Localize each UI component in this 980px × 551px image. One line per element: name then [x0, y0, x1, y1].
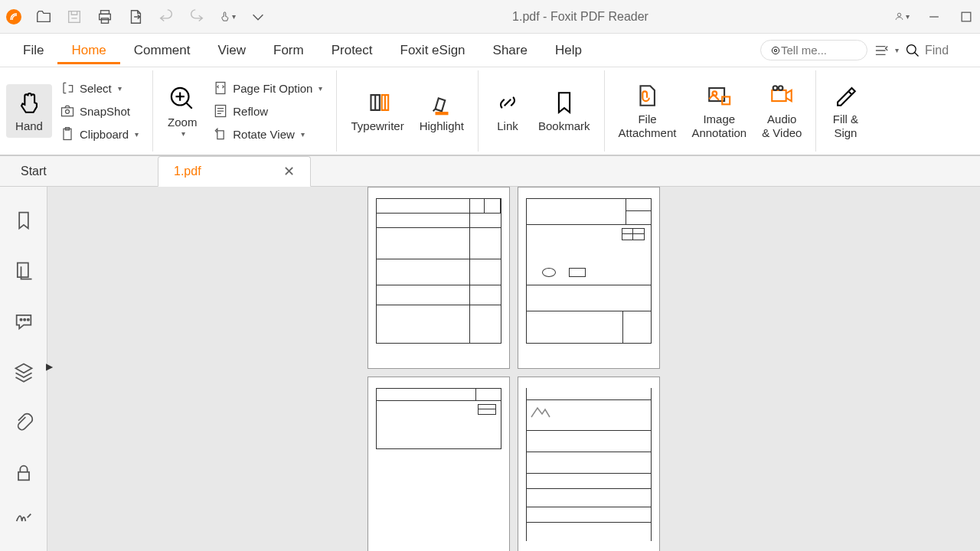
- page-thumbnail[interactable]: [518, 187, 660, 369]
- document-tabs: Start 1.pdf ✕: [0, 156, 980, 187]
- print-icon[interactable]: [96, 8, 113, 25]
- svg-point-6: [772, 47, 779, 54]
- menu-help[interactable]: Help: [541, 37, 596, 64]
- typewriter-button[interactable]: Typewriter: [343, 84, 411, 138]
- menu-protect[interactable]: Protect: [318, 37, 387, 64]
- svg-rect-3: [101, 18, 108, 22]
- menu-share[interactable]: Share: [479, 37, 541, 64]
- window-title: 1.pdf - Foxit PDF Reader: [266, 10, 894, 24]
- tab-document[interactable]: 1.pdf ✕: [158, 156, 311, 187]
- page-thumbnail[interactable]: [368, 187, 510, 369]
- svg-rect-27: [18, 472, 29, 481]
- open-icon[interactable]: [35, 8, 52, 25]
- qat-more-icon[interactable]: [250, 8, 266, 25]
- menu-view[interactable]: View: [204, 37, 260, 64]
- navigation-sidebar: ▶: [0, 187, 47, 551]
- comments-panel-icon[interactable]: [13, 311, 34, 332]
- page-thumbnail[interactable]: [518, 377, 660, 551]
- menu-comment[interactable]: Comment: [120, 37, 204, 64]
- svg-rect-23: [17, 263, 28, 278]
- touch-mode-icon[interactable]: ▾: [219, 8, 236, 25]
- clipboard-button[interactable]: Clipboard▾: [55, 123, 143, 145]
- security-panel-icon[interactable]: [13, 462, 34, 484]
- tell-me-search[interactable]: [760, 40, 867, 60]
- svg-point-21: [773, 86, 778, 90]
- expand-sidebar-icon[interactable]: ▶: [46, 361, 53, 372]
- bookmark-button[interactable]: Bookmark: [531, 84, 598, 138]
- search-icon: [905, 43, 920, 58]
- close-icon[interactable]: ✕: [283, 163, 295, 180]
- reflow-button[interactable]: Reflow: [208, 100, 327, 122]
- app-logo: [6, 9, 21, 24]
- layers-panel-icon[interactable]: [13, 361, 34, 383]
- undo-icon[interactable]: [158, 8, 175, 25]
- svg-point-7: [774, 49, 777, 52]
- svg-point-8: [907, 44, 916, 54]
- menu-home[interactable]: Home: [57, 37, 119, 64]
- svg-rect-16: [217, 131, 224, 139]
- svg-rect-20: [773, 90, 786, 101]
- page-thumbnail[interactable]: [368, 377, 510, 551]
- menu-file[interactable]: File: [9, 37, 57, 64]
- svg-rect-0: [69, 11, 80, 22]
- svg-rect-5: [962, 12, 971, 21]
- menu-esign[interactable]: Foxit eSign: [387, 37, 479, 64]
- ribbon: Hand Select▾ SnapShot Clipboard▾ Zoom ▾ …: [0, 67, 980, 156]
- highlight-button[interactable]: Highlight: [412, 84, 472, 138]
- redo-icon[interactable]: [188, 8, 205, 25]
- bookmarks-panel-icon[interactable]: [13, 210, 34, 231]
- menu-bar: File Home Comment View Form Protect Foxi…: [0, 34, 980, 67]
- title-bar: ▾ 1.pdf - Foxit PDF Reader ▾: [0, 0, 980, 34]
- file-attachment-button[interactable]: File Attachment: [611, 77, 684, 145]
- select-button[interactable]: Select▾: [55, 77, 143, 99]
- rotate-view-button[interactable]: Rotate View▾: [208, 123, 327, 145]
- fill-sign-button[interactable]: Fill & Sign: [822, 77, 868, 145]
- minimize-button[interactable]: [926, 9, 942, 24]
- find-input[interactable]: [925, 44, 971, 57]
- pages-panel-icon[interactable]: [13, 260, 34, 282]
- hand-tool-button[interactable]: Hand: [6, 84, 52, 138]
- svg-rect-9: [62, 108, 74, 116]
- svg-point-26: [27, 319, 28, 321]
- link-button[interactable]: Link: [485, 84, 531, 138]
- menu-form[interactable]: Form: [260, 37, 318, 64]
- find-box[interactable]: [905, 43, 971, 58]
- attachments-panel-icon[interactable]: [13, 412, 34, 433]
- maximize-button[interactable]: [959, 9, 974, 24]
- workspace: ▶: [0, 187, 980, 551]
- svg-point-22: [779, 86, 783, 90]
- snapshot-button[interactable]: SnapShot: [55, 100, 143, 122]
- page-fit-button[interactable]: Page Fit Option▾: [208, 77, 327, 99]
- svg-point-10: [66, 109, 70, 113]
- audio-video-button[interactable]: Audio & Video: [754, 77, 809, 145]
- account-icon[interactable]: ▾: [894, 9, 910, 24]
- svg-rect-14: [216, 83, 225, 94]
- ribbon-options-icon[interactable]: ▾: [874, 44, 899, 57]
- svg-point-25: [24, 319, 25, 321]
- svg-point-4: [897, 13, 900, 16]
- tab-start[interactable]: Start: [5, 158, 158, 185]
- export-icon[interactable]: [127, 8, 144, 25]
- signatures-panel-icon[interactable]: [13, 505, 34, 527]
- image-annotation-button[interactable]: Image Annotation: [684, 77, 754, 145]
- tell-me-input[interactable]: [781, 44, 858, 57]
- svg-point-24: [20, 319, 21, 321]
- save-icon[interactable]: [66, 8, 83, 25]
- document-viewport[interactable]: [47, 187, 980, 551]
- zoom-button[interactable]: Zoom ▾: [159, 80, 205, 142]
